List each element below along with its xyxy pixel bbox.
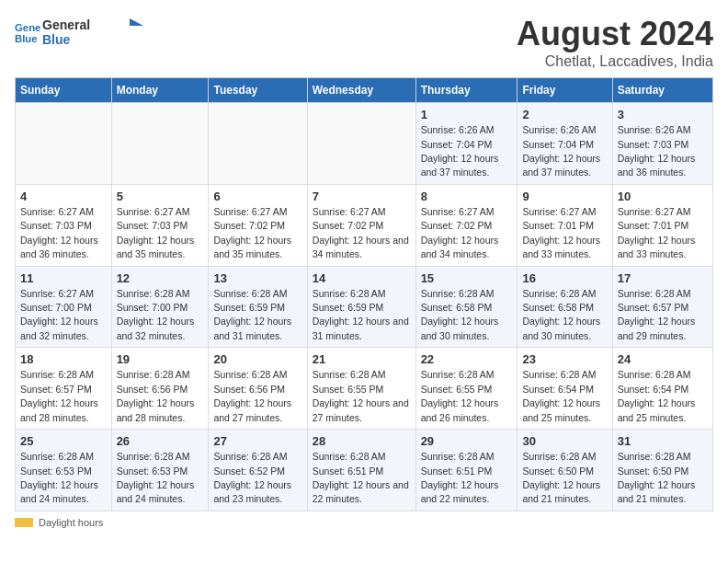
calendar-week-row: 18Sunrise: 6:28 AM Sunset: 6:57 PM Dayli… — [16, 348, 713, 430]
legend-bar — [15, 518, 33, 527]
day-number: 15 — [421, 270, 513, 287]
day-number: 3 — [618, 107, 708, 123]
calendar-header-cell: Saturday — [612, 78, 712, 103]
calendar-cell: 28Sunrise: 6:28 AM Sunset: 6:51 PM Dayli… — [307, 430, 415, 511]
day-info: Sunrise: 6:27 AM Sunset: 7:03 PM Dayligh… — [20, 206, 98, 259]
calendar-cell: 19Sunrise: 6:28 AM Sunset: 6:56 PM Dayli… — [111, 348, 209, 430]
calendar-cell: 23Sunrise: 6:28 AM Sunset: 6:54 PM Dayli… — [518, 348, 612, 430]
day-number: 24 — [618, 351, 708, 368]
calendar-cell: 5Sunrise: 6:27 AM Sunset: 7:03 PM Daylig… — [111, 184, 209, 266]
calendar-cell: 7Sunrise: 6:27 AM Sunset: 7:02 PM Daylig… — [307, 184, 415, 266]
day-number: 8 — [421, 189, 513, 205]
calendar-header-cell: Friday — [518, 78, 612, 103]
svg-text:General: General — [42, 17, 90, 32]
calendar-week-row: 25Sunrise: 6:28 AM Sunset: 6:53 PM Dayli… — [16, 430, 713, 511]
day-info: Sunrise: 6:27 AM Sunset: 7:03 PM Dayligh… — [117, 206, 195, 259]
day-info: Sunrise: 6:27 AM Sunset: 7:01 PM Dayligh… — [618, 206, 696, 259]
calendar-header-cell: Tuesday — [209, 78, 307, 103]
calendar-week-row: 11Sunrise: 6:27 AM Sunset: 7:00 PM Dayli… — [16, 266, 713, 348]
day-info: Sunrise: 6:28 AM Sunset: 6:50 PM Dayligh… — [522, 451, 600, 504]
day-info: Sunrise: 6:26 AM Sunset: 7:04 PM Dayligh… — [522, 124, 600, 178]
day-info: Sunrise: 6:26 AM Sunset: 7:03 PM Dayligh… — [618, 124, 696, 178]
calendar-table: SundayMondayTuesdayWednesdayThursdayFrid… — [15, 77, 713, 511]
calendar-cell: 30Sunrise: 6:28 AM Sunset: 6:50 PM Dayli… — [518, 430, 612, 511]
day-number: 19 — [117, 351, 204, 368]
calendar-header-row: SundayMondayTuesdayWednesdayThursdayFrid… — [16, 78, 713, 103]
day-info: Sunrise: 6:28 AM Sunset: 6:57 PM Dayligh… — [20, 369, 98, 422]
calendar-cell: 20Sunrise: 6:28 AM Sunset: 6:56 PM Dayli… — [209, 348, 307, 430]
calendar-cell: 17Sunrise: 6:28 AM Sunset: 6:57 PM Dayli… — [612, 266, 712, 348]
day-info: Sunrise: 6:28 AM Sunset: 6:57 PM Dayligh… — [618, 288, 696, 341]
calendar-cell: 25Sunrise: 6:28 AM Sunset: 6:53 PM Dayli… — [16, 430, 112, 511]
daylight-legend: Daylight hours — [15, 517, 713, 528]
day-info: Sunrise: 6:28 AM Sunset: 7:00 PM Dayligh… — [117, 288, 195, 341]
calendar-cell — [209, 103, 307, 185]
day-number: 17 — [618, 270, 708, 287]
day-info: Sunrise: 6:28 AM Sunset: 6:50 PM Dayligh… — [618, 451, 696, 504]
calendar-header-cell: Monday — [111, 78, 209, 103]
calendar-cell: 9Sunrise: 6:27 AM Sunset: 7:01 PM Daylig… — [518, 184, 612, 266]
calendar-header-cell: Thursday — [415, 78, 518, 103]
day-info: Sunrise: 6:28 AM Sunset: 6:53 PM Dayligh… — [20, 451, 98, 504]
calendar-cell: 18Sunrise: 6:28 AM Sunset: 6:57 PM Dayli… — [16, 348, 112, 430]
title-block: August 2024 Chetlat, Laccadives, India — [517, 15, 713, 70]
day-info: Sunrise: 6:27 AM Sunset: 7:00 PM Dayligh… — [20, 288, 98, 341]
day-info: Sunrise: 6:28 AM Sunset: 6:55 PM Dayligh… — [421, 369, 499, 422]
calendar-cell: 27Sunrise: 6:28 AM Sunset: 6:52 PM Dayli… — [209, 430, 307, 511]
calendar-cell: 12Sunrise: 6:28 AM Sunset: 7:00 PM Dayli… — [111, 266, 209, 348]
day-info: Sunrise: 6:28 AM Sunset: 6:54 PM Dayligh… — [522, 369, 600, 422]
day-number: 20 — [213, 351, 301, 368]
day-info: Sunrise: 6:28 AM Sunset: 6:54 PM Dayligh… — [618, 369, 696, 422]
day-number: 22 — [421, 351, 513, 368]
calendar-cell: 16Sunrise: 6:28 AM Sunset: 6:58 PM Dayli… — [518, 266, 612, 348]
calendar-cell: 1Sunrise: 6:26 AM Sunset: 7:04 PM Daylig… — [415, 103, 518, 185]
day-number: 16 — [522, 270, 607, 287]
svg-text:General: General — [15, 22, 40, 33]
day-number: 31 — [618, 433, 708, 450]
calendar-cell: 11Sunrise: 6:27 AM Sunset: 7:00 PM Dayli… — [16, 266, 112, 348]
day-info: Sunrise: 6:28 AM Sunset: 6:59 PM Dayligh… — [313, 288, 409, 341]
calendar-cell: 29Sunrise: 6:28 AM Sunset: 6:51 PM Dayli… — [415, 430, 518, 511]
calendar-cell: 8Sunrise: 6:27 AM Sunset: 7:02 PM Daylig… — [415, 184, 518, 266]
day-info: Sunrise: 6:28 AM Sunset: 6:56 PM Dayligh… — [213, 369, 291, 422]
calendar-cell: 13Sunrise: 6:28 AM Sunset: 6:59 PM Dayli… — [209, 266, 307, 348]
logo-svg: General Blue — [42, 15, 143, 48]
day-number: 10 — [618, 189, 708, 205]
calendar-cell: 2Sunrise: 6:26 AM Sunset: 7:04 PM Daylig… — [518, 103, 612, 185]
calendar-body: 1Sunrise: 6:26 AM Sunset: 7:04 PM Daylig… — [16, 103, 713, 511]
calendar-cell: 26Sunrise: 6:28 AM Sunset: 6:53 PM Dayli… — [111, 430, 209, 511]
calendar-cell: 3Sunrise: 6:26 AM Sunset: 7:03 PM Daylig… — [612, 103, 712, 185]
day-info: Sunrise: 6:28 AM Sunset: 6:58 PM Dayligh… — [421, 288, 499, 341]
calendar-cell: 22Sunrise: 6:28 AM Sunset: 6:55 PM Dayli… — [415, 348, 518, 430]
calendar-cell: 6Sunrise: 6:27 AM Sunset: 7:02 PM Daylig… — [209, 184, 307, 266]
day-number: 4 — [20, 189, 107, 205]
day-info: Sunrise: 6:28 AM Sunset: 6:55 PM Dayligh… — [313, 369, 409, 422]
logo: General Blue General Blue — [15, 15, 143, 52]
day-number: 7 — [313, 189, 411, 205]
day-info: Sunrise: 6:27 AM Sunset: 7:02 PM Dayligh… — [421, 206, 499, 259]
day-info: Sunrise: 6:28 AM Sunset: 6:51 PM Dayligh… — [313, 451, 409, 504]
page-subtitle: Chetlat, Laccadives, India — [517, 53, 713, 70]
day-number: 5 — [117, 189, 204, 205]
page-title: August 2024 — [517, 15, 713, 53]
day-info: Sunrise: 6:28 AM Sunset: 6:56 PM Dayligh… — [117, 369, 195, 422]
day-info: Sunrise: 6:27 AM Sunset: 7:02 PM Dayligh… — [213, 206, 291, 259]
calendar-week-row: 1Sunrise: 6:26 AM Sunset: 7:04 PM Daylig… — [16, 103, 713, 185]
day-number: 1 — [421, 107, 513, 123]
calendar-week-row: 4Sunrise: 6:27 AM Sunset: 7:03 PM Daylig… — [16, 184, 713, 266]
day-number: 23 — [522, 351, 607, 368]
day-number: 27 — [213, 433, 301, 450]
calendar-cell — [307, 103, 415, 185]
calendar-cell — [16, 103, 112, 185]
day-number: 13 — [213, 270, 301, 287]
calendar-cell: 31Sunrise: 6:28 AM Sunset: 6:50 PM Dayli… — [612, 430, 712, 511]
calendar-header-cell: Sunday — [16, 78, 112, 103]
day-number: 21 — [313, 351, 411, 368]
day-number: 30 — [522, 433, 607, 450]
legend-label: Daylight hours — [39, 517, 103, 528]
day-number: 11 — [20, 270, 107, 287]
svg-text:Blue: Blue — [42, 32, 71, 47]
calendar-cell: 10Sunrise: 6:27 AM Sunset: 7:01 PM Dayli… — [612, 184, 712, 266]
calendar-cell: 15Sunrise: 6:28 AM Sunset: 6:58 PM Dayli… — [415, 266, 518, 348]
day-info: Sunrise: 6:28 AM Sunset: 6:59 PM Dayligh… — [213, 288, 291, 341]
